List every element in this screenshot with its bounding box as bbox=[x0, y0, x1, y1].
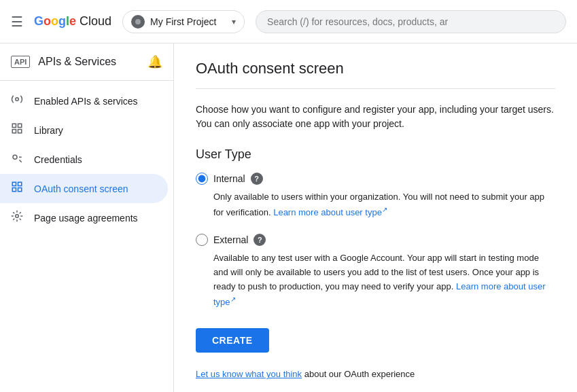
svg-rect-9 bbox=[18, 188, 22, 192]
page-title: OAuth consent screen bbox=[196, 60, 555, 89]
credentials-icon bbox=[11, 152, 23, 167]
external-label-row: External ? bbox=[196, 234, 555, 246]
svg-rect-3 bbox=[12, 130, 16, 133]
sidebar-label-credentials: Credentials bbox=[34, 154, 82, 165]
menu-icon[interactable]: ☰ bbox=[11, 14, 23, 30]
section-title: User Type bbox=[196, 147, 555, 162]
project-icon bbox=[131, 15, 145, 29]
svg-point-0 bbox=[16, 98, 19, 101]
description: Choose how you want to configure and reg… bbox=[196, 103, 555, 131]
external-link-icon2: ↗ bbox=[230, 295, 236, 302]
sidebar-item-enabled-apis[interactable]: Enabled APIs & services bbox=[0, 86, 168, 115]
page-usage-icon bbox=[11, 210, 23, 226]
svg-rect-2 bbox=[18, 124, 22, 127]
google-cloud-logo: Google Cloud bbox=[34, 14, 111, 29]
external-label[interactable]: External bbox=[213, 234, 248, 245]
topbar: ☰ Google Cloud My First Project ▾ bbox=[0, 0, 577, 43]
project-name: My First Project bbox=[150, 16, 226, 27]
sidebar-header: API APIs & Services 🔔 bbox=[0, 43, 173, 81]
external-help-icon[interactable]: ? bbox=[253, 234, 266, 246]
internal-radio[interactable] bbox=[196, 173, 208, 185]
sidebar: API APIs & Services 🔔 Enabled APIs & ser… bbox=[0, 43, 174, 392]
external-description: Available to any test user with a Google… bbox=[213, 251, 553, 310]
svg-point-10 bbox=[16, 215, 19, 218]
internal-option: Internal ? Only available to users withi… bbox=[196, 173, 555, 220]
internal-help-icon[interactable]: ? bbox=[251, 173, 263, 185]
sidebar-label-enabled-apis: Enabled APIs & services bbox=[34, 96, 138, 107]
external-link-icon: ↗ bbox=[382, 206, 387, 213]
sidebar-item-oauth-consent[interactable]: OAuth consent screen bbox=[0, 174, 168, 203]
internal-description: Only available to users within your orga… bbox=[213, 190, 553, 220]
create-button[interactable]: CREATE bbox=[196, 328, 269, 353]
internal-learn-more-link[interactable]: Learn more about user type↗ bbox=[273, 207, 387, 217]
main-layout: API APIs & Services 🔔 Enabled APIs & ser… bbox=[0, 43, 577, 392]
feedback-link[interactable]: Let us know what you think bbox=[196, 369, 302, 379]
library-icon bbox=[11, 122, 23, 138]
sidebar-title: APIs & Services bbox=[38, 56, 116, 68]
sidebar-label-page-usage: Page usage agreements bbox=[34, 213, 138, 224]
sidebar-nav: Enabled APIs & services Library Credenti… bbox=[0, 81, 173, 238]
project-dropdown-icon: ▾ bbox=[232, 17, 236, 26]
content-area: OAuth consent screen Choose how you want… bbox=[174, 43, 577, 392]
svg-rect-4 bbox=[18, 130, 22, 133]
footer-suffix: about our OAuth experience bbox=[302, 369, 415, 379]
svg-rect-1 bbox=[12, 124, 16, 127]
internal-label[interactable]: Internal bbox=[213, 173, 245, 184]
sidebar-label-oauth-consent: OAuth consent screen bbox=[34, 183, 128, 194]
api-badge: API bbox=[11, 56, 30, 68]
sidebar-label-library: Library bbox=[34, 125, 63, 136]
external-radio[interactable] bbox=[196, 234, 208, 246]
internal-label-row: Internal ? bbox=[196, 173, 555, 185]
svg-rect-6 bbox=[12, 182, 16, 185]
svg-rect-7 bbox=[18, 182, 22, 185]
external-option: External ? Available to any test user wi… bbox=[196, 234, 555, 310]
bell-icon[interactable]: 🔔 bbox=[147, 54, 162, 69]
search-input[interactable] bbox=[256, 10, 566, 33]
sidebar-item-library[interactable]: Library bbox=[0, 115, 168, 145]
oauth-icon bbox=[11, 181, 23, 196]
svg-point-5 bbox=[13, 155, 17, 159]
sidebar-item-page-usage[interactable]: Page usage agreements bbox=[0, 203, 168, 232]
svg-rect-8 bbox=[12, 188, 16, 192]
enabled-apis-icon bbox=[11, 93, 23, 109]
footer: Let us know what you think about our OAu… bbox=[196, 369, 555, 379]
project-selector[interactable]: My First Project ▾ bbox=[122, 10, 245, 33]
sidebar-item-credentials[interactable]: Credentials bbox=[0, 145, 168, 174]
user-type-radio-group: Internal ? Only available to users withi… bbox=[196, 173, 555, 309]
